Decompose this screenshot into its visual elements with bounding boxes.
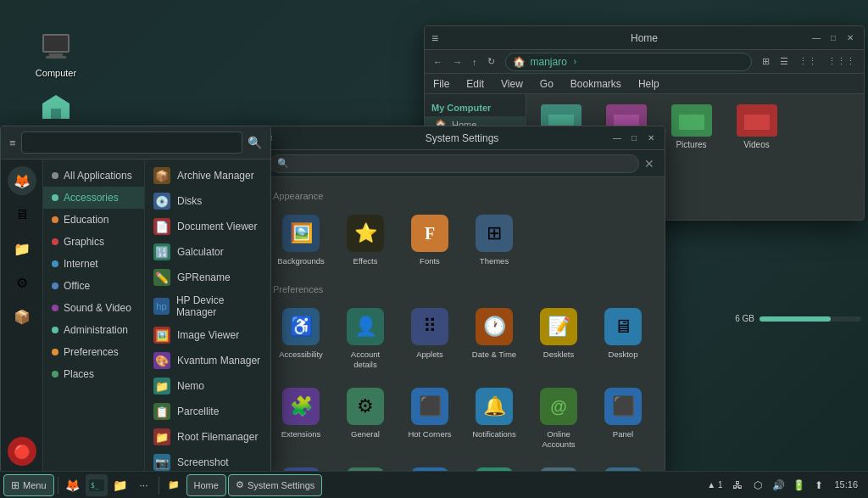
settings-item-extensions[interactable]: 🧩 Extensions [273,383,329,454]
go-menu[interactable]: Go [537,76,557,92]
back-button[interactable]: ← [430,55,446,69]
settings-item-panel[interactable]: ⬛ Panel [595,383,651,454]
category-accessories[interactable]: Accessories [43,187,144,209]
more-options-button[interactable]: ⋮⋮⋮ [824,54,859,69]
settings-item-hot-corners[interactable]: ⬛ Hot Corners [402,383,458,454]
desktop-icon-computer[interactable]: Computer [25,25,86,83]
details-button[interactable]: ⋮⋮ [795,54,821,69]
settings-item-general[interactable]: ⚙ General [337,383,393,454]
taskbar-more-icon[interactable]: ··· [133,474,155,496]
taskbar-home-icon[interactable]: 📁 [163,474,185,496]
tray-update-icon[interactable]: ⬆ [810,477,827,494]
tray-bluetooth-icon[interactable]: ⬡ [749,477,766,494]
category-internet[interactable]: Internet [43,253,144,275]
kvantum-manager-label: Kvantum Manager [177,355,260,367]
settings-item-accessibility[interactable]: ♿ Accessibility [273,303,329,374]
view-menu[interactable]: View [498,76,526,92]
up-button[interactable]: ↑ [469,55,481,69]
menu-button[interactable]: ⊞ Menu [3,474,54,496]
category-preferences[interactable]: Preferences [43,341,144,363]
list-view-button[interactable]: ☰ [776,54,792,69]
themes-label: Themes [480,256,509,266]
settings-item-backgrounds[interactable]: 🖼️ Backgrounds [273,210,329,271]
settings-maximize-button[interactable]: □ [627,131,641,145]
tray-network-icon[interactable]: 🖧 [729,477,746,494]
category-office[interactable]: Office [43,275,144,297]
bookmarks-menu[interactable]: Bookmarks [567,76,625,92]
taskbar-task-settings[interactable]: ⚙ System Settings [228,474,322,496]
taskbar-files-icon[interactable]: 📁 [109,474,131,496]
app-item-screenshot[interactable]: 📷 Screenshot [145,450,270,473]
minimize-button[interactable]: — [810,31,823,45]
settings-item-effects[interactable]: ⭐ Effects [337,210,393,271]
settings-item-account-details[interactable]: 👤 Account details [337,303,393,374]
app-item-archive-manager[interactable]: 📦 Archive Manager [145,163,270,188]
root-filemanager-icon: 📁 [153,428,170,445]
maximize-button[interactable]: □ [826,31,840,45]
settings-close-button[interactable]: ✕ [644,131,658,145]
app-item-kvantum-manager[interactable]: 🎨 Kvantum Manager [145,348,270,373]
app-item-nemo[interactable]: 📁 Nemo [145,373,270,399]
taskbar-terminal-icon[interactable]: $_ [86,474,108,496]
category-education[interactable]: Education [43,209,144,231]
tray-indicator[interactable]: ▲ 1 [704,480,726,490]
settings-item-desktop[interactable]: 🖥 Desktop [595,303,651,374]
settings-item-online-accounts[interactable]: @ Online Accounts [531,383,587,454]
settings-item-desklets[interactable]: 📝 Desklets [531,303,587,374]
edit-menu[interactable]: Edit [463,76,487,92]
settings-item-notifications[interactable]: 🔔 Notifications [466,383,522,454]
settings-search-input[interactable] [292,158,632,170]
app-item-gprename[interactable]: ✏️ GPRename [145,265,270,290]
app-item-parcellite[interactable]: 📋 Parcellite [145,399,270,424]
clock[interactable]: 15:16 [831,478,861,490]
refresh-button[interactable]: ↻ [484,54,498,69]
archive-manager-label: Archive Manager [177,170,254,182]
taskbar-task-home[interactable]: Home [186,474,226,496]
sidebar-firefox-icon[interactable]: 🦊 [8,166,36,195]
pictures-label: Pictures [676,140,706,149]
sidebar-system-icon[interactable]: 🖥 [8,200,36,229]
sidebar-settings-icon[interactable]: ⚙ [8,268,36,297]
app-item-hp-device-manager[interactable]: hp HP Device Manager [145,290,270,322]
category-administration[interactable]: Administration [43,319,144,341]
computer-icon [39,31,73,64]
education-label: Education [64,214,108,226]
forward-button[interactable]: → [449,55,465,69]
app-item-image-viewer[interactable]: 🖼️ Image Viewer [145,322,270,348]
app-item-disks[interactable]: 💿 Disks [145,188,270,214]
sidebar-package-icon[interactable]: 📦 [8,302,36,331]
folder-videos[interactable]: Videos [729,101,784,191]
category-graphics[interactable]: Graphics [43,231,144,253]
desktop-icon: 🖥 [604,308,642,345]
document-viewer-icon: 📄 [153,218,170,235]
app-item-document-viewer[interactable]: 📄 Document Viewer [145,214,270,239]
settings-item-date-time[interactable]: 🕐 Date & Time [466,303,522,374]
settings-minimize-button[interactable]: — [610,131,624,145]
category-sound-video[interactable]: Sound & Video [43,297,144,319]
accessories-label: Accessories [64,192,119,204]
category-places[interactable]: Places [43,363,144,385]
sidebar-files-icon[interactable]: 📁 [8,234,36,263]
app-search-icon[interactable]: 🔍 [248,136,262,149]
app-item-root-filemanager[interactable]: 📁 Root Filemanager [145,424,270,450]
app-menu-search-input[interactable] [21,131,242,154]
file-menu[interactable]: File [430,76,453,92]
appearance-grid: 🖼️ Backgrounds ⭐ Effects F Fonts ⊞ Theme… [273,210,651,271]
taskbar-firefox-icon[interactable]: 🦊 [62,474,84,496]
view-toggle-button[interactable]: ⊞ [759,54,773,69]
online-accounts-icon: @ [540,388,577,425]
settings-item-fonts[interactable]: F Fonts [402,210,458,271]
settings-item-applets[interactable]: ⠿ Applets [402,303,458,374]
tray-battery-icon[interactable]: 🔋 [790,477,807,494]
desktop: Computer Home ≡ Home — □ ✕ ← → ↑ ↻ [0,0,868,498]
category-all-apps[interactable]: All Applications [43,165,144,187]
search-clear-icon[interactable]: ✕ [644,157,654,171]
close-button[interactable]: ✕ [843,31,857,45]
hamburger-icon[interactable]: ≡ [431,31,438,45]
tray-volume-icon[interactable]: 🔊 [770,477,787,494]
help-menu[interactable]: Help [635,76,663,92]
sidebar-power-icon[interactable]: 🔴 [8,437,36,466]
app-item-galculator[interactable]: 🔢 Galculator [145,239,270,265]
settings-item-themes[interactable]: ⊞ Themes [466,210,522,271]
folder-pictures[interactable]: Pictures [664,101,719,191]
